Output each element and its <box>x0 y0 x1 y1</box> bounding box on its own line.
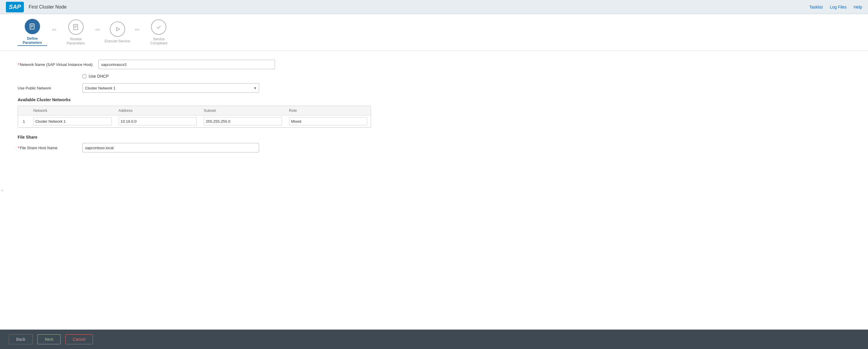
file-share-title: File Share <box>18 135 850 139</box>
use-public-network-select[interactable]: Cluster Network 1 Cluster Network 2 <box>83 83 259 93</box>
network-name-label: *Network Name (SAP Virtual Instance Host… <box>18 62 92 67</box>
row-num: 1 <box>18 115 30 127</box>
available-cluster-networks-title: Available Cluster Networks <box>18 97 850 102</box>
sap-logo: SAP <box>6 2 24 12</box>
use-public-network-wrapper: Cluster Network 1 Cluster Network 2 ▾ <box>83 83 259 93</box>
use-dhcp-label: Use DHCP <box>89 74 108 78</box>
step-define-label: Define Parameters <box>18 36 47 46</box>
table-header-row: Network Address Subnet Role <box>18 106 371 115</box>
step-define[interactable]: Define Parameters <box>18 19 47 46</box>
use-public-network-row: Use Public Network Cluster Network 1 Clu… <box>18 83 850 93</box>
col-num <box>18 106 30 115</box>
step-define-circle <box>25 19 40 34</box>
step-execute[interactable]: Execute Service <box>104 22 130 43</box>
row-address <box>115 115 200 127</box>
sap-logo-text: SAP <box>9 3 21 10</box>
col-subnet: Subnet <box>200 106 286 115</box>
side-chevron: » <box>0 186 4 195</box>
row-network <box>30 115 115 127</box>
row-network-input[interactable] <box>33 117 112 125</box>
network-name-row: *Network Name (SAP Virtual Instance Host… <box>18 60 850 69</box>
step-completed-label: Service Completed <box>144 37 174 45</box>
step-review-circle <box>68 20 84 35</box>
row-subnet <box>200 115 286 127</box>
file-share-section: File Share *File Share Host Name <box>18 135 850 152</box>
nav-logfiles[interactable]: Log Files <box>830 5 846 9</box>
col-address: Address <box>115 106 200 115</box>
step-completed[interactable]: Service Completed <box>144 20 174 45</box>
main-content: » *Network Name (SAP Virtual Instance Ho… <box>0 51 868 329</box>
step-arrows-2: »» <box>91 27 105 38</box>
cancel-button[interactable]: Cancel <box>65 334 93 344</box>
nav-tasklist[interactable]: Tasklist <box>809 5 823 9</box>
back-button[interactable]: Back <box>9 334 33 344</box>
file-share-required: * <box>18 146 19 150</box>
row-role <box>286 115 371 127</box>
cluster-networks-table: Network Address Subnet Role 1 <box>18 106 371 128</box>
step-review[interactable]: Review Parameters <box>61 20 91 45</box>
use-dhcp-row: Use DHCP <box>83 74 850 78</box>
header: SAP First Cluster Node Tasklist Log File… <box>0 0 868 14</box>
app-title: First Cluster Node <box>29 4 809 10</box>
network-name-required: * <box>18 62 19 67</box>
network-name-input[interactable] <box>98 60 275 69</box>
step-completed-circle <box>151 20 166 35</box>
wizard-steps: Define Parameters »» Review Parameters »… <box>0 14 868 51</box>
nav-help[interactable]: Help <box>854 5 862 9</box>
header-nav: Tasklist Log Files Help <box>809 5 862 9</box>
available-cluster-networks-section: Available Cluster Networks Network Addre… <box>18 97 850 128</box>
col-network: Network <box>30 106 115 115</box>
row-role-input[interactable] <box>289 117 368 125</box>
step-arrows-3: »» <box>130 27 144 38</box>
svg-marker-8 <box>117 27 120 31</box>
step-arrows-1: »» <box>47 27 61 38</box>
row-address-input[interactable] <box>119 117 197 125</box>
col-role: Role <box>286 106 371 115</box>
file-share-host-label: *File Share Host Name <box>18 146 76 150</box>
row-subnet-input[interactable] <box>204 117 282 125</box>
table-row: 1 <box>18 115 371 127</box>
step-execute-circle <box>110 22 125 37</box>
use-public-network-label: Use Public Network <box>18 86 76 90</box>
footer: Back Next Cancel <box>0 329 868 349</box>
step-execute-label: Execute Service <box>104 39 130 43</box>
step-review-label: Review Parameters <box>61 37 91 45</box>
file-share-host-row: *File Share Host Name <box>18 143 850 152</box>
next-button[interactable]: Next <box>37 334 61 344</box>
file-share-host-input[interactable] <box>83 143 259 152</box>
use-dhcp-checkbox[interactable] <box>83 74 86 78</box>
svg-rect-4 <box>73 25 78 30</box>
svg-rect-0 <box>30 24 34 29</box>
